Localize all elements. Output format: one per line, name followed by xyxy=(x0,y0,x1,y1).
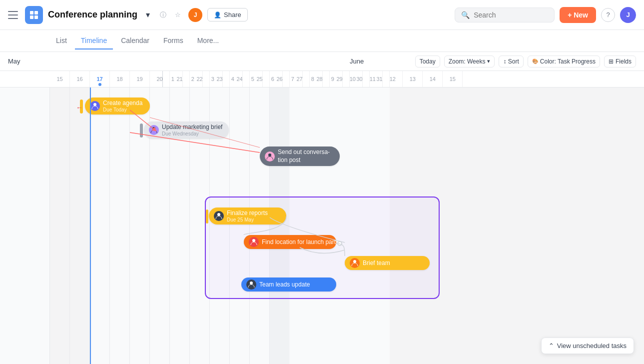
task-avatar-update xyxy=(149,125,159,135)
svg-rect-2 xyxy=(30,16,33,19)
search-bar[interactable]: 🔍 xyxy=(455,8,555,22)
tab-timeline[interactable]: Timeline xyxy=(75,32,113,50)
today-line xyxy=(90,88,91,364)
help-icon[interactable]: ? xyxy=(601,8,615,22)
share-button[interactable]: 👤 Share xyxy=(207,8,248,22)
task-avatar-brief xyxy=(350,258,360,268)
date-june-11: 11 xyxy=(363,71,383,87)
color-button[interactable]: 🎨Color: Task Progress xyxy=(528,56,600,68)
svg-point-7 xyxy=(152,127,155,130)
date-june-15: 15 xyxy=(443,71,463,87)
timeline-toolbar: May June Today Zoom: Weeks▾ ↕ Sort 🎨Colo… xyxy=(0,52,644,71)
task-avatar-leads xyxy=(246,280,256,290)
nav-tabs: List Timeline Calendar Forms More... xyxy=(0,30,644,52)
date-17: 17 xyxy=(90,71,110,87)
may-label: May xyxy=(8,58,20,65)
svg-rect-3 xyxy=(34,16,38,19)
date-june-2: 2 xyxy=(183,71,203,87)
dates-header: 15 16 17 18 19 20 21 22 23 24 25 26 27 2… xyxy=(0,71,644,88)
connector-find xyxy=(337,241,342,246)
task-find-location[interactable]: Find location for launch party xyxy=(244,235,336,249)
date-19: 19 xyxy=(130,71,150,87)
task-due-update: Due Wednesday xyxy=(162,131,222,136)
date-june-7: 7 xyxy=(283,71,303,87)
svg-rect-1 xyxy=(34,11,38,14)
tab-forms[interactable]: Forms xyxy=(157,32,189,50)
date-16: 16 xyxy=(70,71,90,87)
search-input[interactable] xyxy=(474,11,544,19)
task-update-marketing[interactable]: Update marketing brief Due Wednesday xyxy=(144,122,229,138)
project-title: Conference planning xyxy=(48,10,137,20)
user-avatar-header[interactable]: J xyxy=(188,8,202,22)
svg-point-10 xyxy=(252,239,255,242)
topbar: Conference planning ▾ ⓘ ☆ J 👤 Share 🔍 + … xyxy=(0,0,644,30)
task-team-leads[interactable]: Team leads update xyxy=(241,278,336,292)
task-marker-finalize xyxy=(206,210,208,224)
svg-rect-0 xyxy=(30,11,33,14)
svg-point-9 xyxy=(217,213,220,216)
date-june-13: 13 xyxy=(403,71,423,87)
search-icon: 🔍 xyxy=(461,11,470,19)
new-label: + New xyxy=(568,11,588,19)
tab-more[interactable]: More... xyxy=(191,32,225,50)
new-button[interactable]: + New xyxy=(560,7,596,23)
share-icon: 👤 xyxy=(214,12,221,18)
june-label: June xyxy=(350,58,364,65)
date-june-5: 5 xyxy=(243,71,263,87)
info-icon[interactable]: ⓘ xyxy=(157,10,168,20)
task-brief-team[interactable]: Brief team xyxy=(345,256,430,270)
overdue-arrow: ← xyxy=(76,104,83,112)
date-june-9: 9 xyxy=(323,71,343,87)
svg-point-8 xyxy=(268,154,271,156)
task-avatar-find xyxy=(249,237,259,247)
sort-button[interactable]: ↕ Sort xyxy=(499,56,523,68)
share-label: Share xyxy=(224,11,241,18)
task-marker-update xyxy=(140,124,143,138)
view-unscheduled-label: View unscheduled tasks xyxy=(557,342,627,350)
date-june-14: 14 xyxy=(423,71,443,87)
tab-calendar[interactable]: Calendar xyxy=(115,32,155,50)
today-button[interactable]: Today xyxy=(415,56,440,68)
task-send-convo[interactable]: Send out conversa-tion post xyxy=(260,146,340,166)
date-june-4: 4 xyxy=(223,71,243,87)
date-june-1: 1 xyxy=(163,71,183,87)
svg-point-11 xyxy=(353,260,356,263)
timeline-body: Create agenda Due Today ← Update marketi… xyxy=(0,88,644,364)
date-june-10: 10 xyxy=(343,71,363,87)
task-label-finalize: Finalize reports xyxy=(227,210,268,216)
row-labels xyxy=(0,88,50,364)
task-label-leads: Team leads update xyxy=(259,281,310,288)
date-june-12: 12 xyxy=(383,71,403,87)
view-unscheduled-button[interactable]: ⌃ View unscheduled tasks xyxy=(541,338,634,354)
date-june-3: 3 xyxy=(203,71,223,87)
date-june-8: 8 xyxy=(303,71,323,87)
june-dates: 1 2 3 4 5 6 7 8 9 10 11 12 13 14 15 xyxy=(163,71,235,87)
task-label-send: Send out conversa-tion post xyxy=(278,148,330,164)
task-avatar-finalize xyxy=(214,211,224,221)
task-avatar-create-agenda xyxy=(90,101,100,111)
title-icons: ▾ ⓘ ☆ xyxy=(142,10,183,20)
chevron-up-icon: ⌃ xyxy=(549,342,554,350)
timeline-container: May June Today Zoom: Weeks▾ ↕ Sort 🎨Colo… xyxy=(0,52,644,364)
svg-point-6 xyxy=(93,103,96,106)
task-create-agenda[interactable]: Create agenda Due Today xyxy=(85,98,150,114)
task-finalize-reports[interactable]: Finalize reports Due 25 May xyxy=(209,208,286,224)
may-dates: 15 16 17 18 19 20 21 22 23 24 25 26 27 2… xyxy=(50,71,163,87)
app-logo xyxy=(25,6,43,24)
date-june-6: 6 xyxy=(263,71,283,87)
task-label-find: Find location for launch party xyxy=(262,238,339,246)
tab-list[interactable]: List xyxy=(50,32,73,50)
task-label-brief: Brief team xyxy=(363,260,390,266)
fields-button[interactable]: ⊞Fields xyxy=(604,56,636,68)
hamburger-icon[interactable] xyxy=(8,11,18,19)
svg-point-12 xyxy=(250,282,253,284)
user-avatar-top[interactable]: J xyxy=(620,7,636,23)
task-due-create-agenda: Due Today xyxy=(103,107,142,112)
date-18: 18 xyxy=(110,71,130,87)
task-avatar-send xyxy=(265,152,275,162)
dropdown-icon[interactable]: ▾ xyxy=(142,10,153,20)
star-icon[interactable]: ☆ xyxy=(172,10,183,20)
date-15: 15 xyxy=(50,71,70,87)
zoom-button[interactable]: Zoom: Weeks▾ xyxy=(444,56,495,68)
task-due-finalize: Due 25 May xyxy=(227,217,268,222)
